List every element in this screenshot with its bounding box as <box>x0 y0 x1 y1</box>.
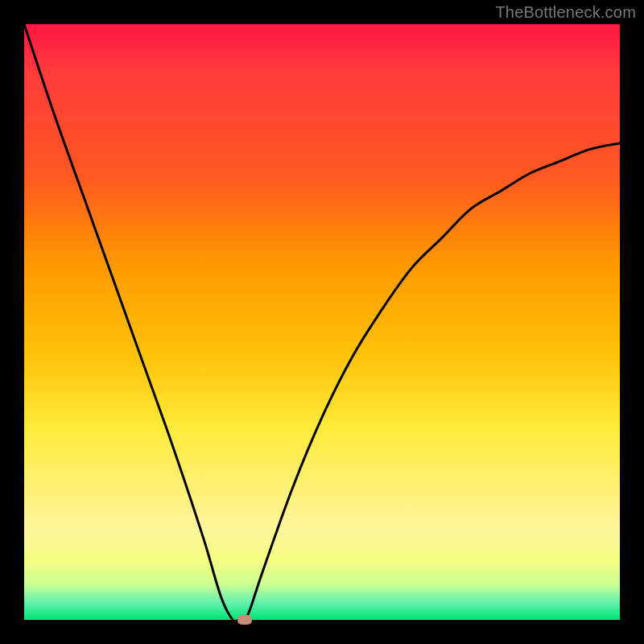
watermark-text: TheBottleneck.com <box>495 3 636 22</box>
chart-frame: TheBottleneck.com <box>0 0 644 644</box>
plot-area <box>24 24 620 620</box>
bottleneck-curve <box>24 24 620 620</box>
optimum-marker <box>237 615 252 625</box>
